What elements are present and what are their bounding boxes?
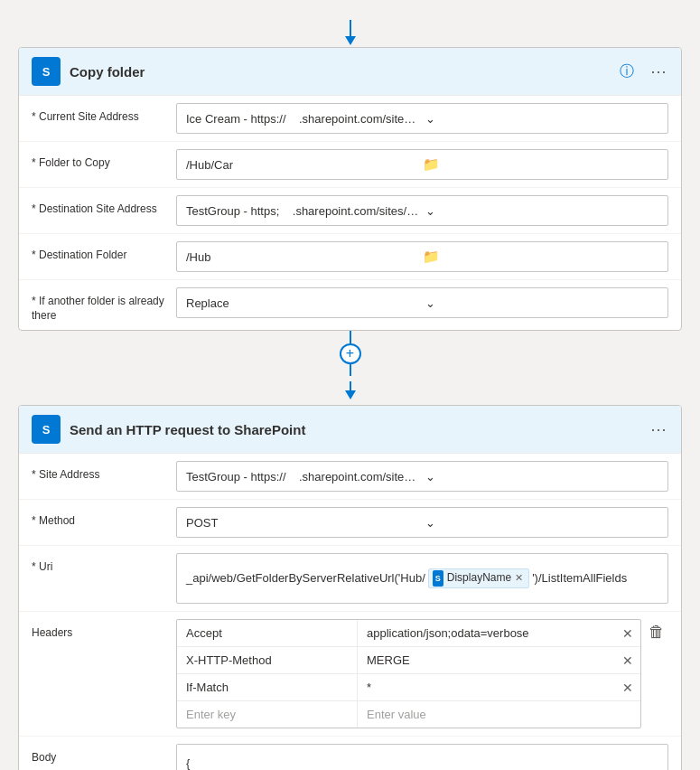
copy-folder-title: Copy folder	[70, 64, 611, 80]
copy-folder-icon: S	[32, 57, 61, 86]
dest-site-control[interactable]: TestGroup - https; .sharepoint.com/sites…	[176, 195, 668, 226]
uri-tag-text: DisplayName	[447, 568, 511, 588]
if-another-row: * If another folder is already there Rep…	[19, 280, 681, 330]
connector-line-bottom	[350, 364, 351, 376]
svg-marker-3	[345, 390, 356, 399]
method-control[interactable]: POST ⌄	[176, 507, 668, 538]
copy-folder-card: S Copy folder ⓘ ⋯ * Current Site Address…	[18, 47, 682, 331]
headers-label: Headers	[32, 619, 176, 641]
headers-control: Accept application/json;odata=verbose ✕ …	[176, 619, 668, 728]
current-site-label: * Current Site Address	[32, 103, 176, 125]
header-placeholder-key[interactable]: Enter key	[177, 701, 358, 728]
header-actions-ifmatch: ✕	[615, 674, 640, 700]
body-input[interactable]: { 'Title': {} FolderName ✕ ; 'FileLeafRe…	[176, 744, 668, 770]
chevron-down-icon: ⌄	[425, 296, 659, 310]
header-key-ifmatch[interactable]: If-Match	[177, 674, 358, 700]
if-another-dropdown[interactable]: Replace ⌄	[176, 287, 668, 318]
headers-row: Headers Accept application/json;odata=ve…	[19, 612, 681, 737]
current-site-row: * Current Site Address Ice Cream - https…	[19, 96, 681, 142]
folder-to-copy-label: * Folder to Copy	[32, 149, 176, 171]
uri-control-wrapper[interactable]: _api/web/GetFolderByServerRelativeUrl('H…	[176, 553, 668, 604]
chevron-down-icon: ⌄	[425, 470, 659, 484]
site-address-label: * Site Address	[32, 461, 176, 483]
header-value-accept[interactable]: application/json;odata=verbose	[358, 620, 615, 646]
header-value-ifmatch[interactable]: *	[358, 674, 615, 700]
header-row-ifmatch: If-Match * ✕	[177, 674, 640, 701]
body-open-line: {	[186, 752, 658, 770]
folder-to-copy-control[interactable]: /Hub/Car 📁	[176, 149, 668, 180]
body-control-wrapper[interactable]: { 'Title': {} FolderName ✕ ; 'FileLeafRe…	[176, 744, 668, 770]
body-row: Body { 'Title': {} FolderName ✕ ;	[19, 737, 681, 770]
header-value-xhttp[interactable]: MERGE	[358, 647, 615, 673]
method-dropdown[interactable]: POST ⌄	[176, 507, 668, 538]
uri-tag-close-icon[interactable]: ✕	[515, 569, 523, 587]
if-another-control[interactable]: Replace ⌄	[176, 287, 668, 318]
delete-header-icon[interactable]: ✕	[621, 624, 635, 643]
connector-line-top	[350, 331, 351, 343]
dest-folder-row: * Destination Folder /Hub 📁	[19, 234, 681, 280]
method-row: * Method POST ⌄	[19, 500, 681, 546]
body-open-brace: {	[186, 752, 190, 770]
header-key-accept[interactable]: Accept	[177, 620, 358, 646]
dest-site-label: * Destination Site Address	[32, 195, 176, 217]
chevron-down-icon: ⌄	[425, 516, 659, 530]
site-address-row: * Site Address TestGroup - https:// .sha…	[19, 454, 681, 500]
uri-row: * Uri _api/web/GetFolderByServerRelative…	[19, 546, 681, 612]
connector-add: +	[18, 331, 682, 376]
top-arrow	[18, 18, 682, 47]
header-actions-xhttp: ✕	[615, 647, 640, 673]
http-card-title: Send an HTTP request to SharePoint	[70, 422, 641, 437]
dest-site-row: * Destination Site Address TestGroup - h…	[19, 188, 681, 234]
uri-suffix-text: ')/ListItemAllFields	[532, 568, 627, 588]
uri-prefix-text: _api/web/GetFolderByServerRelativeUrl('H…	[186, 568, 425, 588]
header-placeholder-value[interactable]: Enter value	[358, 701, 640, 728]
headers-table: Accept application/json;odata=verbose ✕ …	[176, 619, 641, 728]
uri-label: * Uri	[32, 553, 176, 575]
site-address-control[interactable]: TestGroup - https:// .sharepoint.com/sit…	[176, 461, 668, 492]
http-request-card: S Send an HTTP request to SharePoint ⋯ *…	[18, 405, 682, 770]
more-options-icon[interactable]: ⋯	[650, 419, 668, 439]
dest-folder-label: * Destination Folder	[32, 241, 176, 263]
dest-folder-control[interactable]: /Hub 📁	[176, 241, 668, 272]
header-row-accept: Accept application/json;odata=verbose ✕	[177, 620, 640, 647]
delete-header-icon[interactable]: ✕	[621, 679, 635, 697]
header-row-xhttp: X-HTTP-Method MERGE ✕	[177, 647, 640, 674]
folder-to-copy-input[interactable]: /Hub/Car 📁	[176, 149, 668, 180]
delete-table-icon[interactable]: 🗑	[645, 619, 668, 645]
dest-folder-input[interactable]: /Hub 📁	[176, 241, 668, 272]
site-address-dropdown[interactable]: TestGroup - https:// .sharepoint.com/sit…	[176, 461, 668, 492]
middle-arrow	[18, 376, 682, 405]
header-actions-accept: ✕	[615, 620, 640, 646]
uri-displayname-tag[interactable]: S DisplayName ✕	[428, 568, 529, 588]
copy-folder-body: * Current Site Address Ice Cream - https…	[19, 96, 681, 330]
chevron-down-icon: ⌄	[425, 204, 659, 218]
folder-to-copy-row: * Folder to Copy /Hub/Car 📁	[19, 142, 681, 188]
sharepoint-tag-icon: S	[433, 570, 443, 587]
header-row-new: Enter key Enter value	[177, 701, 640, 728]
add-step-button[interactable]: +	[340, 343, 361, 364]
http-request-header: S Send an HTTP request to SharePoint ⋯	[19, 406, 681, 454]
http-card-icon: S	[32, 415, 61, 444]
table-side-actions: 🗑	[641, 619, 668, 645]
uri-input[interactable]: _api/web/GetFolderByServerRelativeUrl('H…	[176, 553, 668, 604]
method-label: * Method	[32, 507, 176, 529]
if-another-label: * If another folder is already there	[32, 287, 176, 323]
body-label: Body	[32, 744, 176, 765]
current-site-dropdown[interactable]: Ice Cream - https:// .sharepoint.com/sit…	[176, 103, 668, 134]
http-card-body: * Site Address TestGroup - https:// .sha…	[19, 454, 681, 770]
folder-icon: 📁	[423, 156, 659, 173]
chevron-down-icon: ⌄	[425, 112, 659, 126]
copy-folder-header: S Copy folder ⓘ ⋯	[19, 48, 681, 96]
svg-marker-1	[345, 36, 356, 45]
folder-icon: 📁	[423, 249, 659, 265]
info-icon[interactable]: ⓘ	[620, 62, 634, 81]
more-options-icon[interactable]: ⋯	[650, 61, 668, 81]
delete-header-icon[interactable]: ✕	[621, 652, 635, 670]
current-site-control[interactable]: Ice Cream - https:// .sharepoint.com/sit…	[176, 103, 668, 134]
dest-site-dropdown[interactable]: TestGroup - https; .sharepoint.com/sites…	[176, 195, 668, 226]
header-key-xhttp[interactable]: X-HTTP-Method	[177, 647, 358, 673]
